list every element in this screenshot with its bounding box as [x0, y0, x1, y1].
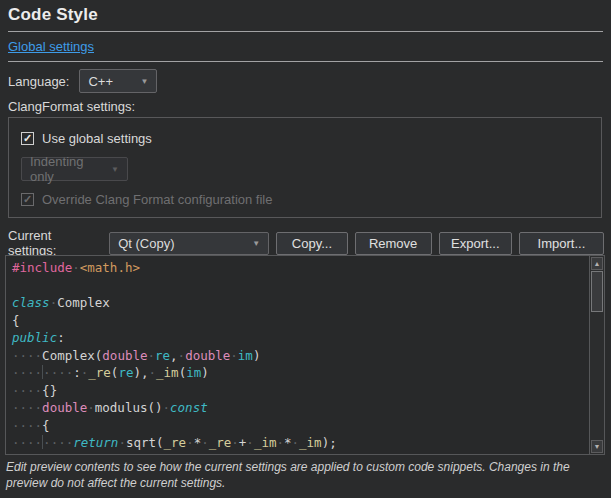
divider [8, 61, 603, 62]
code-line: ········:·_re(re),·_im(im) [12, 364, 589, 382]
current-settings-row: Current settings: Qt (Copy) ▼ Copy... Re… [8, 228, 604, 258]
vertical-scrollbar[interactable]: ▲ ▼ [589, 256, 604, 454]
chevron-down-icon: ▼ [101, 165, 119, 174]
checkbox-icon [21, 132, 34, 145]
export-button[interactable]: Export... [439, 232, 512, 255]
code-line: { [12, 312, 589, 330]
code-line: ········return·sqrt(_re·*·_re·+·_im·*·_i… [12, 434, 589, 452]
code-line: public: [12, 329, 589, 347]
scroll-down-icon[interactable]: ▼ [591, 440, 603, 453]
divider [8, 31, 603, 32]
code-line: #include·<math.h> [12, 259, 589, 277]
code-line: ····{ [12, 417, 589, 435]
checkbox-icon [21, 193, 34, 206]
code-style-settings-page: Code Style Global settings Language: C++… [0, 0, 611, 498]
scroll-up-icon[interactable]: ▲ [591, 257, 603, 270]
code-line [12, 277, 589, 295]
override-clangformat-checkbox: Override Clang Format configuration file [21, 192, 273, 207]
code-preview-editor[interactable]: #include·<math.h> class·Complex{public:·… [5, 255, 605, 455]
import-button[interactable]: Import... [519, 232, 604, 255]
preview-hint-text: Edit preview contents to see how the cur… [6, 459, 604, 491]
page-title: Code Style [8, 5, 98, 25]
scrollbar-thumb[interactable] [591, 271, 603, 312]
copy-button[interactable]: Copy... [276, 232, 347, 255]
chevron-down-icon: ▼ [242, 239, 260, 248]
code-line: ····Complex(double·re,·double·im) [12, 347, 589, 365]
use-global-settings-label: Use global settings [42, 131, 152, 146]
current-settings-label: Current settings: [8, 228, 102, 258]
current-settings-value: Qt (Copy) [118, 236, 174, 251]
global-settings-link[interactable]: Global settings [8, 39, 94, 54]
code-line: class·Complex [12, 294, 589, 312]
use-global-settings-checkbox[interactable]: Use global settings [21, 131, 152, 146]
code-line: ····{} [12, 382, 589, 400]
language-label: Language: [8, 74, 69, 89]
language-dropdown-value: C++ [88, 74, 113, 89]
current-settings-dropdown[interactable]: Qt (Copy) ▼ [109, 232, 269, 255]
remove-button[interactable]: Remove [355, 232, 432, 255]
language-row: Language: C++ ▼ [8, 69, 157, 93]
chevron-down-icon: ▼ [131, 77, 149, 86]
clangformat-settings-label: ClangFormat settings: [8, 99, 135, 114]
code-line: ····double·modulus()·const [12, 399, 589, 417]
clangformat-groupbox: Use global settings Indenting only ▼ Ove… [8, 117, 602, 218]
clangformat-mode-dropdown: Indenting only ▼ [21, 157, 128, 181]
code-editor-content[interactable]: #include·<math.h> class·Complex{public:·… [6, 256, 589, 454]
clangformat-mode-value: Indenting only [30, 154, 101, 184]
override-clangformat-label: Override Clang Format configuration file [42, 192, 273, 207]
language-dropdown[interactable]: C++ ▼ [79, 69, 157, 93]
